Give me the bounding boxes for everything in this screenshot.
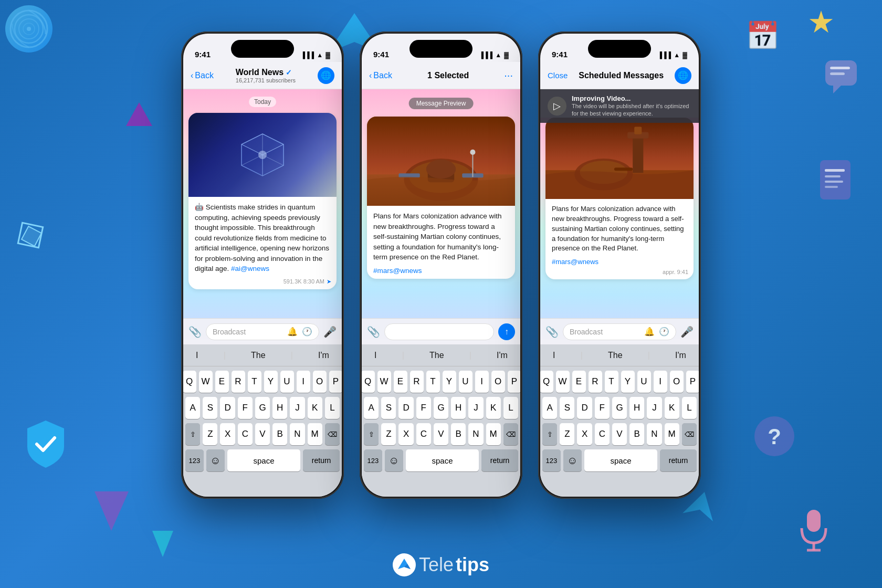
key-s-1[interactable]: S <box>203 397 217 419</box>
key-c-2[interactable]: C <box>416 423 431 445</box>
key-o-1[interactable]: O <box>313 371 327 393</box>
key-i-3[interactable]: I <box>654 371 667 393</box>
key-e-3[interactable]: E <box>572 371 586 393</box>
key-z-1[interactable]: Z <box>203 423 217 445</box>
mic-icon-1[interactable]: 🎤 <box>323 326 337 338</box>
key-j-1[interactable]: J <box>290 397 304 419</box>
key-j-2[interactable]: J <box>468 397 483 419</box>
clock-icon-1[interactable]: 🕐 <box>302 327 312 337</box>
key-t-3[interactable]: T <box>605 371 618 393</box>
globe-button-1[interactable]: 🌐 <box>318 67 334 84</box>
key-l-3[interactable]: L <box>682 397 697 419</box>
input-field-1[interactable]: Broadcast 🔔 🕐 <box>206 323 319 340</box>
key-z-3[interactable]: Z <box>560 423 574 445</box>
suggestion-i-2[interactable]: I <box>374 351 376 360</box>
suggestion-im-2[interactable]: I'm <box>497 351 508 360</box>
key-x-3[interactable]: X <box>577 423 592 445</box>
key-m-3[interactable]: M <box>665 423 679 445</box>
key-l-2[interactable]: L <box>503 397 518 419</box>
key-u-1[interactable]: U <box>280 371 294 393</box>
key-space-2[interactable]: space <box>406 449 479 471</box>
key-d-1[interactable]: D <box>220 397 235 419</box>
key-y-2[interactable]: Y <box>443 371 456 393</box>
key-g-3[interactable]: G <box>612 397 627 419</box>
key-r-2[interactable]: R <box>410 371 424 393</box>
key-backspace-3[interactable]: ⌫ <box>682 423 697 445</box>
key-g-2[interactable]: G <box>434 397 448 419</box>
attach-icon-2[interactable]: 📎 <box>367 326 380 338</box>
key-123-1[interactable]: 123 <box>185 449 204 471</box>
key-f-1[interactable]: F <box>238 397 253 419</box>
key-y-3[interactable]: Y <box>621 371 635 393</box>
suggestion-i-3[interactable]: I <box>553 351 555 360</box>
key-space-3[interactable]: space <box>584 449 658 471</box>
key-i-2[interactable]: I <box>475 371 489 393</box>
more-button-2[interactable]: ··· <box>504 69 513 81</box>
key-q-3[interactable]: Q <box>540 371 553 393</box>
nav-back-1[interactable]: ‹ Back <box>191 71 214 80</box>
key-c-3[interactable]: C <box>595 423 610 445</box>
key-o-3[interactable]: O <box>670 371 684 393</box>
key-shift-3[interactable]: ⇧ <box>542 423 557 445</box>
key-m-2[interactable]: M <box>486 423 501 445</box>
key-space-1[interactable]: space <box>227 449 301 471</box>
key-w-3[interactable]: W <box>556 371 570 393</box>
key-v-1[interactable]: V <box>255 423 270 445</box>
key-emoji-3[interactable]: ☺ <box>563 449 582 471</box>
key-h-1[interactable]: H <box>272 397 287 419</box>
send-button-2[interactable]: ↑ <box>498 323 515 340</box>
key-r-3[interactable]: R <box>589 371 602 393</box>
suggestion-i-1[interactable]: I <box>196 351 198 360</box>
key-return-1[interactable]: return <box>303 449 340 471</box>
key-return-3[interactable]: return <box>660 449 697 471</box>
bell-icon-3[interactable]: 🔔 <box>644 327 655 337</box>
key-i-1[interactable]: I <box>297 371 310 393</box>
attach-icon-1[interactable]: 📎 <box>188 326 202 338</box>
key-a-1[interactable]: A <box>185 397 200 419</box>
key-e-1[interactable]: E <box>215 371 229 393</box>
key-a-2[interactable]: A <box>364 397 379 419</box>
bell-icon-1[interactable]: 🔔 <box>287 327 298 337</box>
key-backspace-1[interactable]: ⌫ <box>325 423 340 445</box>
input-field-2[interactable] <box>384 323 494 340</box>
key-p-2[interactable]: P <box>508 371 521 393</box>
attach-icon-3[interactable]: 📎 <box>545 326 559 338</box>
key-b-2[interactable]: B <box>451 423 466 445</box>
key-return-2[interactable]: return <box>481 449 518 471</box>
suggestion-im-3[interactable]: I'm <box>675 351 686 360</box>
suggestion-the-3[interactable]: The <box>608 351 623 360</box>
key-s-2[interactable]: S <box>381 397 396 419</box>
key-t-1[interactable]: T <box>248 371 261 393</box>
key-p-3[interactable]: P <box>686 371 699 393</box>
nav-back-2[interactable]: ‹ Back <box>369 71 392 80</box>
key-l-1[interactable]: L <box>325 397 340 419</box>
key-f-3[interactable]: F <box>595 397 610 419</box>
key-q-1[interactable]: Q <box>183 371 196 393</box>
clock-icon-3[interactable]: 🕐 <box>659 327 669 337</box>
key-shift-1[interactable]: ⇧ <box>185 423 200 445</box>
key-p-1[interactable]: P <box>329 371 342 393</box>
key-u-2[interactable]: U <box>459 371 472 393</box>
key-e-2[interactable]: E <box>394 371 407 393</box>
key-w-1[interactable]: W <box>199 371 213 393</box>
key-emoji-1[interactable]: ☺ <box>206 449 225 471</box>
key-n-2[interactable]: N <box>468 423 483 445</box>
key-123-2[interactable]: 123 <box>364 449 382 471</box>
suggestion-im-1[interactable]: I'm <box>318 351 329 360</box>
key-w-2[interactable]: W <box>377 371 391 393</box>
key-u-3[interactable]: U <box>637 371 651 393</box>
key-r-1[interactable]: R <box>232 371 245 393</box>
key-o-2[interactable]: O <box>491 371 505 393</box>
key-v-3[interactable]: V <box>612 423 627 445</box>
key-c-1[interactable]: C <box>238 423 253 445</box>
key-d-2[interactable]: D <box>398 397 413 419</box>
key-y-1[interactable]: Y <box>264 371 278 393</box>
suggestion-the-1[interactable]: The <box>251 351 266 360</box>
key-shift-2[interactable]: ⇧ <box>364 423 379 445</box>
key-n-3[interactable]: N <box>647 423 662 445</box>
key-b-3[interactable]: B <box>629 423 644 445</box>
key-h-2[interactable]: H <box>451 397 466 419</box>
key-a-3[interactable]: A <box>542 397 557 419</box>
key-d-3[interactable]: D <box>577 397 592 419</box>
globe-button-3[interactable]: 🌐 <box>675 67 691 84</box>
